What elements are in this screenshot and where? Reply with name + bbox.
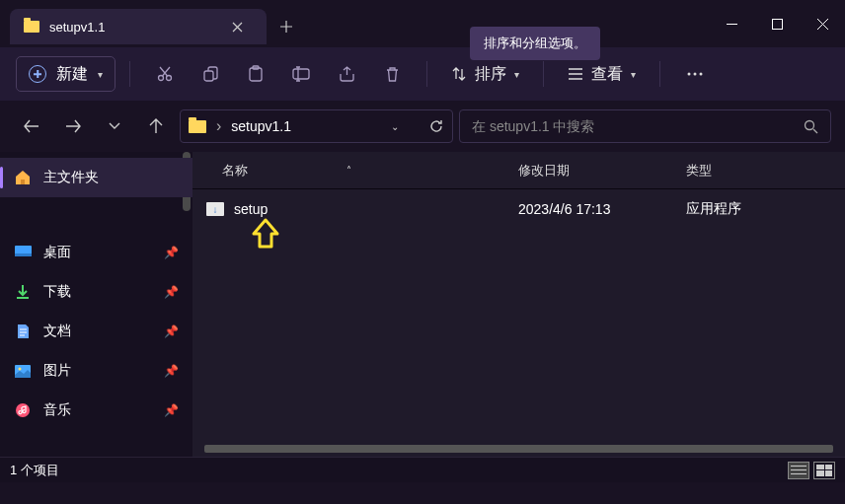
toolbar: 新建 ▾ 排序 ▾ 查看 ▾ [0, 47, 845, 101]
chevron-down-icon [109, 122, 120, 130]
list-icon [568, 67, 583, 81]
chevron-down-icon: ▾ [631, 69, 636, 80]
exe-icon [206, 202, 224, 216]
folder-icon [24, 21, 39, 33]
file-name: setup [234, 201, 268, 217]
minimize-icon [727, 19, 737, 30]
copy-icon [202, 66, 219, 83]
cell-date: 2023/4/6 17:13 [518, 201, 686, 217]
new-tab-button[interactable] [267, 9, 306, 44]
chevron-down-icon: ▾ [514, 69, 519, 80]
status-text: 1 个项目 [10, 462, 788, 479]
sidebar-item-pictures[interactable]: 图片 📌 [0, 351, 192, 391]
sort-indicator-icon: ˄ [346, 165, 351, 176]
paste-button[interactable] [235, 54, 276, 94]
column-header[interactable]: 名称 ˄ 修改日期 类型 [192, 152, 845, 189]
active-tab[interactable]: setupv1.1 [10, 9, 267, 44]
maximize-icon [772, 19, 783, 30]
delete-button[interactable] [371, 54, 413, 94]
search-box[interactable] [459, 109, 831, 143]
sidebar-item-documents[interactable]: 文档 📌 [0, 312, 192, 351]
sort-label: 排序 [475, 64, 506, 85]
share-button[interactable] [326, 54, 367, 94]
sidebar-item-music[interactable]: 音乐 📌 [0, 391, 192, 430]
forward-button[interactable] [55, 108, 91, 144]
svg-point-1 [159, 76, 164, 81]
search-icon[interactable] [804, 119, 818, 134]
share-icon [339, 66, 355, 82]
breadcrumb[interactable]: setupv1.1 [231, 118, 381, 134]
refresh-icon[interactable] [428, 118, 444, 134]
navigation-row: › setupv1.1 ⌄ [0, 101, 845, 152]
new-button[interactable]: 新建 ▾ [16, 56, 115, 92]
more-button[interactable] [674, 54, 716, 94]
sidebar-item-desktop[interactable]: 桌面 📌 [0, 233, 192, 272]
separator [543, 61, 544, 87]
body: 主文件夹 桌面 📌 下载 📌 文档 📌 图片 📌 音乐 📌 [0, 152, 845, 457]
column-date[interactable]: 修改日期 [518, 162, 686, 180]
view-label: 查看 [591, 64, 623, 85]
column-type[interactable]: 类型 [686, 162, 845, 180]
home-icon [14, 169, 32, 186]
trash-icon [385, 66, 400, 83]
icons-view-button[interactable] [813, 462, 835, 479]
tab-title: setupv1.1 [49, 20, 211, 35]
sidebar-item-label: 音乐 [43, 401, 152, 419]
more-icon [687, 72, 703, 76]
clipboard-icon [248, 65, 264, 83]
minimize-button[interactable] [709, 4, 754, 43]
svg-rect-4 [250, 68, 262, 81]
up-button[interactable] [138, 108, 174, 144]
document-icon [14, 323, 32, 340]
cut-button[interactable] [144, 54, 186, 94]
rename-button[interactable] [280, 54, 322, 94]
search-input[interactable] [472, 118, 804, 134]
pin-icon: 📌 [164, 285, 179, 299]
details-view-button[interactable] [788, 462, 809, 479]
picture-icon [14, 362, 32, 380]
download-icon [14, 283, 32, 301]
file-row[interactable]: setup 2023/4/6 17:13 应用程序 [192, 189, 845, 229]
sidebar-item-label: 下载 [43, 283, 152, 301]
desktop-icon [14, 244, 32, 261]
titlebar: setupv1.1 [0, 0, 845, 47]
svg-point-8 [694, 73, 697, 76]
address-bar[interactable]: › setupv1.1 ⌄ [180, 109, 453, 143]
horizontal-scrollbar[interactable] [204, 445, 833, 453]
copy-button[interactable] [190, 54, 231, 94]
column-name[interactable]: 名称 ˄ [192, 162, 518, 180]
recent-button[interactable] [97, 108, 132, 144]
sort-icon [451, 66, 467, 82]
close-window-button[interactable] [800, 4, 845, 43]
sidebar-item-label: 主文件夹 [43, 169, 179, 186]
close-icon [817, 19, 828, 30]
tab-close-button[interactable] [221, 11, 253, 42]
plus-circle-icon [29, 65, 46, 83]
separator [129, 61, 130, 87]
svg-point-7 [688, 73, 691, 76]
breadcrumb-sep: › [216, 117, 221, 135]
sidebar[interactable]: 主文件夹 桌面 📌 下载 📌 文档 📌 图片 📌 音乐 📌 [0, 152, 192, 457]
svg-rect-3 [204, 71, 213, 81]
chevron-down-icon[interactable]: ⌄ [391, 121, 399, 132]
pin-icon: 📌 [164, 403, 179, 417]
back-button[interactable] [14, 108, 49, 144]
cell-type: 应用程序 [686, 200, 845, 218]
pin-icon: 📌 [164, 324, 179, 338]
svg-point-14 [19, 367, 22, 370]
cell-name: setup [192, 201, 518, 217]
maximize-button[interactable] [754, 4, 800, 43]
separator [426, 61, 427, 87]
statusbar: 1 个项目 [0, 457, 845, 482]
sidebar-item-home[interactable]: 主文件夹 [0, 158, 192, 197]
arrow-left-icon [24, 119, 39, 133]
view-button[interactable]: 查看 ▾ [558, 54, 646, 94]
svg-point-2 [167, 76, 172, 81]
sort-button[interactable]: 排序 ▾ [441, 54, 529, 94]
chevron-down-icon: ▾ [98, 69, 103, 80]
svg-rect-0 [772, 19, 782, 29]
sidebar-item-downloads[interactable]: 下载 📌 [0, 272, 192, 312]
file-list[interactable]: 名称 ˄ 修改日期 类型 setup 2023/4/6 17:13 应用程序 [192, 152, 845, 457]
music-icon [14, 401, 32, 419]
pin-icon: 📌 [164, 364, 179, 378]
